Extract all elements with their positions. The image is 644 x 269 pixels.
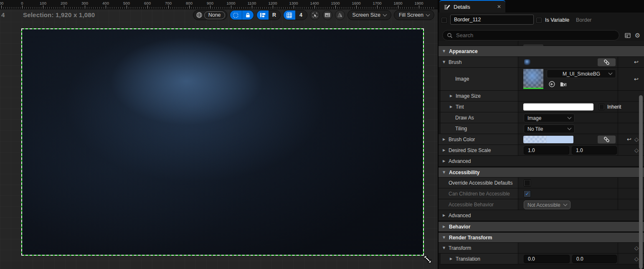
advanced-label: Advanced (449, 158, 471, 164)
brush-color-swatch[interactable] (523, 136, 573, 143)
reset-to-default-button[interactable]: ↩ (627, 136, 631, 142)
vertical-scrollbar[interactable] (639, 95, 643, 269)
row-transform: ▼Transform ◇ (439, 243, 644, 254)
section-behavior[interactable]: ▶ Behavior (439, 221, 644, 232)
close-icon[interactable]: ✕ (497, 4, 501, 10)
screen-size-dropdown[interactable]: Screen Size (347, 10, 391, 20)
can-children-label: Can Children be Accessible (449, 191, 510, 197)
designer-viewport[interactable]: 0001002003004005006007008009001000110012… (0, 0, 438, 269)
grid-icon (286, 12, 292, 18)
lock-widgets-toggle[interactable] (242, 10, 254, 20)
tiling-label: Tiling (455, 126, 467, 132)
is-variable-checkbox[interactable] (536, 17, 542, 23)
marquee-select-toggle[interactable] (230, 10, 242, 20)
tiling-value: No Tile (527, 126, 543, 132)
desired-size-x-input[interactable] (524, 146, 569, 155)
image-asset-thumbnail[interactable] (523, 69, 543, 89)
brush-link-button[interactable] (597, 58, 616, 66)
brush-label: Brush (449, 59, 461, 65)
row-tint: ▶Tint Inherit (439, 102, 644, 112)
row-draw-as: Draw As Image (439, 112, 644, 123)
search-input[interactable] (456, 32, 615, 38)
grid-snap-size-button[interactable]: 4 (295, 10, 307, 20)
transform-label: Transform (449, 245, 471, 251)
chevron-down-icon (383, 12, 387, 16)
details-panel: Details ✕ Is Variable Border ⚙ ▼ Appeara… (438, 0, 644, 269)
outlines-icon (259, 12, 266, 18)
accessible-behavior-label: Accessible Behavior (449, 202, 494, 208)
image-icon (324, 12, 331, 18)
tiling-dropdown[interactable]: No Tile (524, 124, 575, 133)
tint-color-swatch[interactable] (523, 103, 593, 110)
tab-bar: Details ✕ (439, 0, 644, 13)
widget-name-row: Is Variable Border (439, 14, 644, 26)
dashed-selection-icon (233, 13, 238, 18)
selection-size-label: Selection: 1,920 x 1,080 (23, 11, 95, 18)
mirror-flip-icon (337, 12, 343, 18)
brush-color-label: Brush Color (449, 137, 475, 142)
ruler-corner-text: 4 (1, 11, 5, 18)
ruler-label: 1700 (373, 1, 381, 5)
row-accessible-behavior: Accessible Behavior Not Accessible (439, 199, 644, 210)
caret-down-icon: ▼ (442, 60, 446, 64)
brush-preview-thumbnail (524, 59, 530, 65)
display-filter-button[interactable] (624, 31, 631, 39)
section-title: Render Transform (449, 235, 492, 241)
grid-snap-toggle[interactable] (284, 10, 295, 20)
rotation-grid-button[interactable]: R (269, 10, 280, 20)
translation-label: Translation (456, 256, 480, 262)
ruler-label: 200 (61, 1, 67, 5)
ruler-label: 00 (0, 1, 3, 5)
image-asset-dropdown[interactable]: M_UI_SmokeBG (547, 69, 616, 78)
draw-as-label: Draw As (455, 115, 474, 121)
widget-type-label: Border (576, 17, 592, 23)
chevron-down-icon (426, 12, 430, 16)
ruler-label: 1300 (289, 1, 298, 5)
ruler-label: 400 (102, 1, 109, 5)
desired-size-y-input[interactable] (572, 146, 617, 155)
grid-snap-group: 4 (283, 10, 307, 20)
ruler-label: 500 (123, 1, 130, 5)
browse-to-asset-button[interactable] (560, 81, 567, 88)
section-title: Appearance (449, 48, 478, 54)
flip-preview-button[interactable] (335, 10, 345, 20)
reset-to-default-button[interactable]: ↩ (634, 59, 639, 65)
preview-background-button[interactable] (322, 10, 332, 20)
caret-down-icon: ▼ (442, 170, 446, 174)
resize-diagonal-cursor (423, 254, 433, 264)
tab-details[interactable]: Details ✕ (439, 0, 505, 13)
select-mode-button[interactable] (310, 10, 320, 20)
widget-outline-toggle[interactable] (257, 10, 269, 20)
localization-none-button[interactable]: None (204, 11, 225, 19)
reset-to-default-button[interactable]: ↩ (634, 76, 639, 82)
selected-border-widget-canvas[interactable] (21, 28, 424, 256)
chain-link-icon (603, 59, 610, 65)
translation-x-input[interactable] (524, 255, 570, 263)
row-accessibility-advanced[interactable]: ▶Advanced (439, 210, 644, 221)
widget-name-input[interactable] (450, 15, 534, 25)
override-accessible-checkbox[interactable] (524, 179, 531, 186)
localization-preview-group[interactable]: None (193, 10, 227, 20)
gear-icon[interactable]: ⚙ (634, 31, 641, 39)
ruler-label: 900 (207, 1, 213, 5)
section-render-transform[interactable]: ▼ Render Transform (439, 232, 644, 243)
brush-color-link-button[interactable] (597, 135, 616, 144)
use-selected-asset-button[interactable] (548, 81, 555, 88)
asset-type-color-bar (523, 88, 543, 89)
inherit-checkbox[interactable] (598, 104, 605, 110)
draw-as-dropdown[interactable]: Image (524, 114, 575, 122)
name-checkbox[interactable] (441, 17, 447, 23)
section-appearance[interactable]: ▼ Appearance (439, 46, 644, 57)
accessible-behavior-dropdown: Not Accessible (524, 200, 570, 209)
row-brush: ▼Brush ↩ (439, 57, 644, 68)
tint-label: Tint (456, 104, 464, 110)
row-translation: ▶Translation ◇ (439, 254, 644, 264)
row-appearance-advanced[interactable]: ▶Advanced (439, 156, 644, 167)
search-box[interactable] (442, 30, 619, 41)
section-accessibility[interactable]: ▼ Accessibility (439, 167, 644, 178)
inherit-label: Inherit (607, 104, 621, 110)
fill-screen-dropdown[interactable]: Fill Screen (394, 10, 434, 20)
chevron-down-icon (568, 126, 572, 130)
translation-y-input[interactable] (572, 255, 617, 263)
row-desired-size-scale: ▶Desired Size Scale ◇ (439, 145, 644, 156)
